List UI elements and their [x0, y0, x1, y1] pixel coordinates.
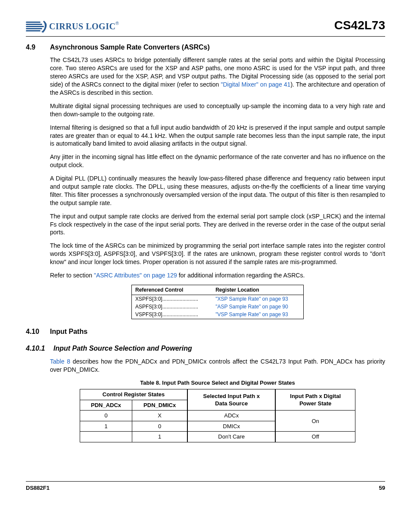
link-asrc-attributes[interactable]: "ASRC Attributes" on page 129: [94, 272, 177, 279]
table-8-caption: Table 8. Input Path Source Select and Di…: [50, 379, 385, 387]
page-number: 59: [379, 484, 385, 492]
table-header-selected-path: Selected Input Path xData Source: [187, 389, 275, 411]
subsection-heading-4-10-1: 4.10.1 Input Path Source Selection and P…: [26, 344, 385, 353]
table-subheader-pdn-dmicx: PDN_DMICx: [132, 400, 188, 411]
paragraph: The lock time of the ASRCs can be minimi…: [50, 242, 385, 266]
subsection-body-4-10-1: Table 8 describes how the PDN_ADCx and P…: [50, 358, 385, 442]
paragraph: Multirate digital signal processing tech…: [50, 102, 385, 118]
svg-rect-2: [26, 26, 44, 27]
link-digital-mixer[interactable]: "Digital Mixer" on page 41: [221, 81, 291, 88]
section-number: 4.9: [26, 43, 50, 52]
section-title: Input Paths: [50, 327, 87, 336]
section-body-4-9: The CS42L73 uses ASRCs to bridge potenti…: [50, 56, 385, 319]
ref-table-header-control: Referenced Control: [132, 285, 212, 295]
logo-text: CIRRUS LOGIC®: [49, 21, 119, 32]
table-row: ASPFS[3:0] "ASP Sample Rate" on page 90: [132, 303, 304, 311]
paragraph: Internal filtering is designed so that a…: [50, 124, 385, 148]
paragraph: A Digital PLL (DPLL) continually measure…: [50, 174, 385, 207]
ref-control: XSPFS[3:0]: [132, 295, 212, 303]
part-number: CS42L73: [334, 17, 385, 34]
ref-control: ASPFS[3:0]: [132, 303, 212, 311]
link-table-8[interactable]: Table 8: [50, 358, 70, 365]
logo: CIRRUS LOGIC®: [26, 20, 119, 34]
ref-control: VSPFS[3:0]: [132, 311, 212, 319]
cirrus-logo-icon: [26, 20, 47, 34]
referenced-control-table: Referenced Control Register Location XSP…: [131, 285, 304, 319]
table-subheader-pdn-adcx: PDN_ADCx: [80, 400, 132, 411]
section-heading-4-9: 4.9 Asynchronous Sample Rate Converters …: [26, 43, 385, 52]
paragraph: Refer to section "ASRC Attributes" on pa…: [50, 271, 385, 280]
table-row: VSPFS[3:0] "VSP Sample Rate" on page 93: [132, 311, 304, 319]
paragraph: The CS42L73 uses ASRCs to bridge potenti…: [50, 56, 385, 96]
table-8: Control Register States Selected Input P…: [80, 389, 355, 442]
svg-rect-1: [26, 24, 42, 25]
svg-rect-3: [26, 28, 42, 29]
link-asp-sample-rate[interactable]: "ASP Sample Rate" on page 90: [215, 304, 288, 310]
paragraph: Any jitter in the incoming signal has li…: [50, 153, 385, 169]
paragraph: The input and output sample rate clocks …: [50, 212, 385, 237]
table-row: 1 Don't Care Off: [80, 432, 355, 442]
page-footer: DS882F1 59: [26, 481, 385, 492]
table-row: 0 X ADCx On: [80, 411, 355, 421]
document-id: DS882F1: [26, 484, 50, 492]
link-vsp-sample-rate[interactable]: "VSP Sample Rate" on page 93: [215, 311, 288, 317]
table-row: XSPFS[3:0] "XSP Sample Rate" on page 93: [132, 295, 304, 303]
svg-rect-4: [26, 30, 40, 31]
subsection-title: Input Path Source Selection and Powering: [53, 344, 192, 353]
page-header: CIRRUS LOGIC® CS42L73: [26, 17, 385, 37]
table-header-power-state: Input Path x DigitalPower State: [275, 389, 355, 411]
section-number: 4.10: [26, 327, 50, 336]
ref-table-header-location: Register Location: [212, 285, 303, 295]
table-header-control-states: Control Register States: [80, 389, 188, 400]
paragraph: Table 8 describes how the PDN_ADCx and P…: [50, 358, 385, 374]
section-title: Asynchronous Sample Rate Converters (ASR…: [50, 43, 210, 52]
svg-rect-0: [26, 22, 40, 23]
link-xsp-sample-rate[interactable]: "XSP Sample Rate" on page 93: [215, 296, 288, 302]
section-heading-4-10: 4.10 Input Paths: [26, 327, 385, 336]
subsection-number: 4.10.1: [26, 344, 53, 353]
